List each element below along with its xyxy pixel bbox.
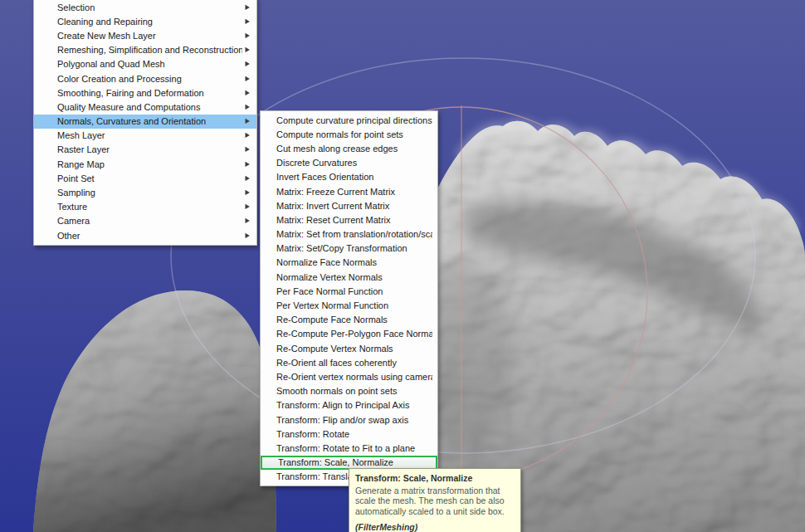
filters-menu-item-mesh-layer[interactable]: Mesh Layer▶ [34,129,256,143]
menu-item-label: Per Face Normal Function [276,286,432,296]
menu-item-label: Discrete Curvatures [276,158,432,168]
menu-item-label: Transform: Rotate [276,429,432,439]
submenu-item-compute-normals-for-point-sets[interactable]: Compute normals for point sets [261,127,437,141]
submenu-item-re-orient-all-faces-coherently[interactable]: Re-Orient all faces coherently [261,355,437,369]
submenu-arrow-icon: ▶ [246,103,250,110]
menu-item-label: Sampling [57,188,242,198]
submenu-arrow-icon: ▶ [246,132,250,139]
filters-menu: Selection▶Cleaning and Repairing▶Create … [33,0,257,246]
menu-item-label: Matrix: Reset Current Matrix [276,215,432,225]
filter-tooltip: Transform: Scale, Normalize Generate a m… [349,468,521,532]
submenu-item-compute-curvature-principal-directions[interactable]: Compute curvature principal directions [261,113,437,127]
submenu-item-re-orient-vertex-normals-using-cameras[interactable]: Re-Orient vertex normals using cameras [261,369,437,383]
submenu-item-per-vertex-normal-function[interactable]: Per Vertex Normal Function [261,298,437,312]
submenu-item-matrix-reset-current-matrix[interactable]: Matrix: Reset Current Matrix [261,212,437,227]
menu-item-label: Re-Orient all faces coherently [276,358,432,368]
menu-item-label: Camera [57,216,242,226]
filters-menu-item-create-new-mesh-layer[interactable]: Create New Mesh Layer▶ [34,28,256,42]
submenu-arrow-icon: ▶ [246,174,250,182]
submenu-arrow-icon: ▶ [246,32,250,39]
submenu-arrow-icon: ▶ [246,117,250,124]
submenu-item-per-face-normal-function[interactable]: Per Face Normal Function [261,284,437,298]
filters-menu-item-point-set[interactable]: Point Set▶ [34,171,256,185]
normals-submenu: Compute curvature principal directionsCo… [260,110,438,486]
menu-item-label: Cleaning and Repairing [57,17,242,27]
menu-item-label: Smoothing, Fairing and Deformation [57,88,242,98]
menu-item-label: Compute curvature principal directions [276,115,432,125]
menu-item-label: Transform: Align to Principal Axis [276,400,432,410]
menu-item-label: Re-Compute Face Normals [276,315,432,325]
menu-item-label: Mesh Layer [57,130,242,140]
submenu-arrow-icon: ▶ [246,75,250,82]
filters-menu-item-other[interactable]: Other▶ [34,228,256,242]
menu-item-label: Transform: Rotate to Fit to a plane [276,443,432,453]
menu-item-label: Cut mesh along crease edges [276,144,432,154]
menu-item-label: Compute normals for point sets [276,129,432,139]
filters-menu-item-cleaning-and-repairing[interactable]: Cleaning and Repairing▶ [34,14,256,28]
submenu-item-discrete-curvatures[interactable]: Discrete Curvatures [261,156,437,170]
submenu-arrow-icon: ▶ [246,146,250,154]
submenu-item-re-compute-per-polygon-face-normals[interactable]: Re-Compute Per-Polygon Face Normals [261,327,437,341]
menu-item-label: Matrix: Freeze Current Matrix [276,187,432,197]
menu-item-label: Transform: Scale, Normalize [278,457,431,467]
filters-menu-item-sampling[interactable]: Sampling▶ [34,185,256,199]
menu-item-label: Matrix: Set from translation/rotation/sc… [276,229,432,239]
menu-item-label: Re-Compute Vertex Normals [276,344,432,354]
submenu-item-matrix-set-copy-transformation[interactable]: Matrix: Set/Copy Transformation [261,242,437,256]
submenu-item-matrix-freeze-current-matrix[interactable]: Matrix: Freeze Current Matrix [261,184,437,198]
submenu-arrow-icon: ▶ [246,3,250,11]
submenu-arrow-icon: ▶ [246,17,250,25]
filters-menu-item-normals-curvatures-and-orientation[interactable]: Normals, Curvatures and Orientation▶ [34,115,256,129]
menu-item-label: Normalize Vertex Normals [276,272,432,282]
menu-item-label: Remeshing, Simplification and Reconstruc… [57,45,242,55]
submenu-item-transform-flip-and-or-swap-axis[interactable]: Transform: Flip and/or swap axis [261,412,437,427]
submenu-item-transform-rotate-to-fit-to-a-plane[interactable]: Transform: Rotate to Fit to a plane [261,441,437,455]
filters-menu-item-texture[interactable]: Texture▶ [34,200,256,214]
menu-item-label: Texture [57,202,242,212]
submenu-item-re-compute-vertex-normals[interactable]: Re-Compute Vertex Normals [261,341,437,355]
filters-menu-item-color-creation-and-processing[interactable]: Color Creation and Processing▶ [34,71,256,85]
submenu-item-smooth-normals-on-point-sets[interactable]: Smooth normals on point sets [261,384,437,398]
submenu-arrow-icon: ▶ [246,217,250,225]
menu-item-label: Polygonal and Quad Mesh [57,59,242,69]
submenu-arrow-icon: ▶ [246,46,250,54]
filters-menu-item-polygonal-and-quad-mesh[interactable]: Polygonal and Quad Mesh▶ [34,57,256,71]
submenu-arrow-icon: ▶ [246,232,250,239]
submenu-arrow-icon: ▶ [246,89,250,96]
menu-item-label: Point Set [57,173,242,183]
filters-menu-item-selection[interactable]: Selection▶ [34,0,256,14]
filters-menu-item-range-map[interactable]: Range Map▶ [34,157,256,171]
menu-item-label: Normals, Curvatures and Orientation [57,116,242,126]
menu-item-label: Smooth normals on point sets [276,386,432,396]
menu-item-label: Quality Measure and Computations [57,102,242,112]
tooltip-body: Generate a matrix transformation that sc… [355,486,515,517]
filters-menu-item-remeshing-simplification-and-reconstruction[interactable]: Remeshing, Simplification and Reconstruc… [34,43,256,57]
menu-item-label: Invert Faces Orientation [276,172,432,182]
menu-item-label: Create New Mesh Layer [57,31,242,41]
filters-menu-item-raster-layer[interactable]: Raster Layer▶ [34,143,256,157]
submenu-item-cut-mesh-along-crease-edges[interactable]: Cut mesh along crease edges [261,141,437,155]
submenu-arrow-icon: ▶ [246,203,250,211]
submenu-arrow-icon: ▶ [246,160,250,168]
menu-item-label: Normalize Face Normals [276,257,432,267]
filters-menu-item-smoothing-fairing-and-deformation[interactable]: Smoothing, Fairing and Deformation▶ [34,85,256,100]
submenu-item-invert-faces-orientation[interactable]: Invert Faces Orientation [261,170,437,184]
filters-menu-item-quality-measure-and-computations[interactable]: Quality Measure and Computations▶ [34,100,256,114]
menu-item-label: Matrix: Set/Copy Transformation [276,243,432,253]
menu-item-label: Other [57,231,242,241]
menu-item-label: Transform: Flip and/or swap axis [276,415,432,425]
menu-item-label: Color Creation and Processing [57,74,242,84]
menu-item-label: Raster Layer [57,144,242,154]
submenu-item-matrix-invert-current-matrix[interactable]: Matrix: Invert Current Matrix [261,198,437,212]
filters-menu-item-camera[interactable]: Camera▶ [34,214,256,228]
menu-item-label: Range Map [57,159,242,169]
tooltip-title: Transform: Scale, Normalize [355,473,515,484]
menu-item-label: Selection [57,2,242,12]
submenu-item-normalize-face-normals[interactable]: Normalize Face Normals [261,256,437,270]
submenu-item-re-compute-face-normals[interactable]: Re-Compute Face Normals [261,313,437,327]
submenu-item-transform-align-to-principal-axis[interactable]: Transform: Align to Principal Axis [261,398,437,412]
submenu-item-matrix-set-from-translation-rotation-scale[interactable]: Matrix: Set from translation/rotation/sc… [261,227,437,242]
menu-item-label: Per Vertex Normal Function [276,300,432,310]
submenu-item-transform-rotate[interactable]: Transform: Rotate [261,427,437,441]
submenu-item-normalize-vertex-normals[interactable]: Normalize Vertex Normals [261,270,437,284]
